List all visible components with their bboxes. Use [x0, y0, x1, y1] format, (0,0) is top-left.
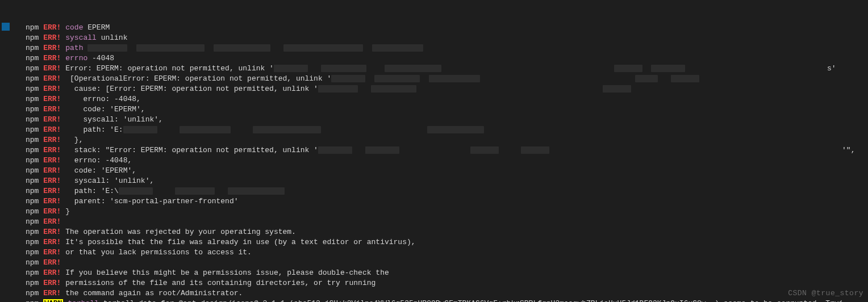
editor-gutter	[0, 0, 11, 302]
npm-label: npm	[26, 207, 43, 216]
err-tag: ERR!	[43, 279, 61, 287]
err-tag: ERR!	[43, 207, 61, 216]
terminal-line: npm ERR! errno -4048	[26, 53, 868, 64]
err-tag: ERR!	[43, 105, 61, 114]
npm-label: npm	[26, 248, 43, 257]
npm-label: npm	[26, 238, 43, 246]
npm-label: npm	[26, 279, 43, 287]
err-tag: ERR!	[43, 269, 61, 277]
error-text: stack: "Error: EPERM: operation not perm…	[61, 146, 318, 154]
terminal-line: npm ERR!	[26, 217, 868, 227]
err-tag: ERR!	[43, 74, 61, 83]
warn-tag: WARN	[43, 299, 63, 302]
terminal-line: npm ERR! cause: [Error: EPERM: operation…	[26, 84, 868, 94]
terminal-line: npm ERR! permissions of the file and its…	[26, 278, 868, 288]
err-tag: ERR!	[43, 95, 61, 103]
watermark: CSDN @true_story	[788, 289, 863, 297]
terminal-line: npm ERR! path: 'E:\	[26, 186, 868, 196]
err-tag: ERR!	[43, 248, 61, 257]
npm-label: npm	[26, 228, 43, 236]
error-key: syscall	[65, 33, 97, 42]
error-text: },	[61, 136, 83, 144]
error-text: '",	[842, 146, 855, 154]
error-text: The operation was rejected by your opera…	[61, 228, 295, 236]
terminal-output[interactable]: npm ERR! code EPERMnpm ERR! syscall unli…	[11, 0, 868, 302]
error-text: Error: EPERM: operation not permitted, u…	[61, 64, 273, 73]
terminal-line: npm ERR! code: 'EPERM',	[26, 104, 868, 115]
err-tag: ERR!	[43, 238, 61, 246]
err-tag: ERR!	[43, 85, 61, 93]
error-key: path	[65, 44, 83, 52]
error-text: code: 'EPERM',	[61, 166, 136, 175]
error-text: syscall: 'unlink',	[61, 115, 162, 124]
npm-label: npm	[26, 197, 43, 205]
npm-label: npm	[26, 166, 43, 175]
error-text: unlink	[97, 33, 128, 42]
error-key: code	[65, 23, 83, 32]
error-text: }	[61, 207, 70, 216]
npm-label: npm	[26, 177, 43, 185]
terminal-line: npm ERR! errno: -4048,	[26, 156, 868, 166]
npm-label: npm	[26, 54, 43, 62]
err-tag: ERR!	[43, 146, 61, 154]
err-tag: ERR!	[43, 23, 61, 32]
terminal-panel: npm ERR! code EPERMnpm ERR! syscall unli…	[0, 0, 868, 302]
terminal-line: npm ERR!	[26, 258, 868, 268]
npm-label: npm	[26, 95, 43, 103]
err-tag: ERR!	[43, 166, 61, 175]
npm-label: npm	[26, 23, 43, 32]
terminal-line: npm ERR! },	[26, 135, 868, 145]
npm-label: npm	[26, 156, 43, 165]
error-text: path: 'E:	[61, 125, 123, 134]
npm-label: npm	[26, 74, 43, 83]
terminal-line: npm ERR! syscall unlink	[26, 33, 868, 43]
err-tag: ERR!	[43, 187, 61, 195]
error-text: [OperationalError: EPERM: operation not …	[61, 74, 331, 83]
terminal-line: npm ERR! code: 'EPERM',	[26, 166, 868, 176]
terminal-line: npm ERR! syscall: 'unlink',	[26, 176, 868, 186]
error-text: or that you lack permissions to access i…	[61, 248, 251, 257]
err-tag: ERR!	[43, 258, 61, 267]
npm-label: npm	[26, 289, 43, 297]
terminal-line: npm ERR! or that you lack permissions to…	[26, 248, 868, 258]
error-text: cause: [Error: EPERM: operation not perm…	[61, 85, 318, 93]
terminal-line: npm ERR! path: 'E:	[26, 125, 868, 135]
err-tag: ERR!	[43, 156, 61, 165]
npm-label: npm	[26, 125, 43, 134]
err-tag: ERR!	[43, 136, 61, 144]
npm-label: npm	[26, 44, 43, 52]
error-text: the command again as root/Administrator.	[61, 289, 243, 297]
npm-label: npm	[26, 299, 43, 302]
error-text: errno: -4048,	[61, 95, 140, 103]
error-text: EPERM	[83, 23, 110, 32]
err-tag: ERR!	[43, 177, 61, 185]
error-text: It's possible that the file was already …	[61, 238, 415, 246]
terminal-line: npm ERR! errno: -4048,	[26, 94, 868, 104]
err-tag: ERR!	[43, 228, 61, 236]
terminal-line: npm ERR! If you believe this might be a …	[26, 268, 868, 278]
terminal-line: npm WARN tarball tarball data for @ant-d…	[26, 299, 868, 302]
err-tag: ERR!	[43, 217, 61, 226]
err-tag: ERR!	[43, 115, 61, 124]
error-text: parent: 'scm-portal-partner-frontend'	[61, 197, 238, 205]
terminal-line: npm ERR! stack: "Error: EPERM: operation…	[26, 145, 868, 156]
terminal-line: npm ERR! It's possible that the file was…	[26, 237, 868, 248]
npm-label: npm	[26, 187, 43, 195]
terminal-line: npm ERR! [OperationalError: EPERM: opera…	[26, 74, 868, 84]
terminal-line: npm ERR! parent: 'scm-portal-partner-fro…	[26, 196, 868, 207]
err-tag: ERR!	[43, 64, 61, 73]
terminal-line: npm ERR! code EPERM	[26, 23, 868, 33]
error-text: errno: -4048,	[61, 156, 132, 165]
error-text: If you believe this might be a permissio…	[61, 269, 389, 277]
err-tag: ERR!	[43, 125, 61, 134]
error-text: permissions of the file and its containi…	[61, 279, 375, 287]
npm-label: npm	[26, 115, 43, 124]
npm-label: npm	[26, 217, 43, 226]
npm-label: npm	[26, 269, 43, 277]
error-text: syscall: 'unlink',	[61, 177, 154, 185]
terminal-line: npm ERR! syscall: 'unlink',	[26, 115, 868, 125]
npm-label: npm	[26, 64, 43, 73]
err-tag: ERR!	[43, 44, 61, 52]
terminal-line: npm ERR! path	[26, 43, 868, 53]
npm-label: npm	[26, 33, 43, 42]
